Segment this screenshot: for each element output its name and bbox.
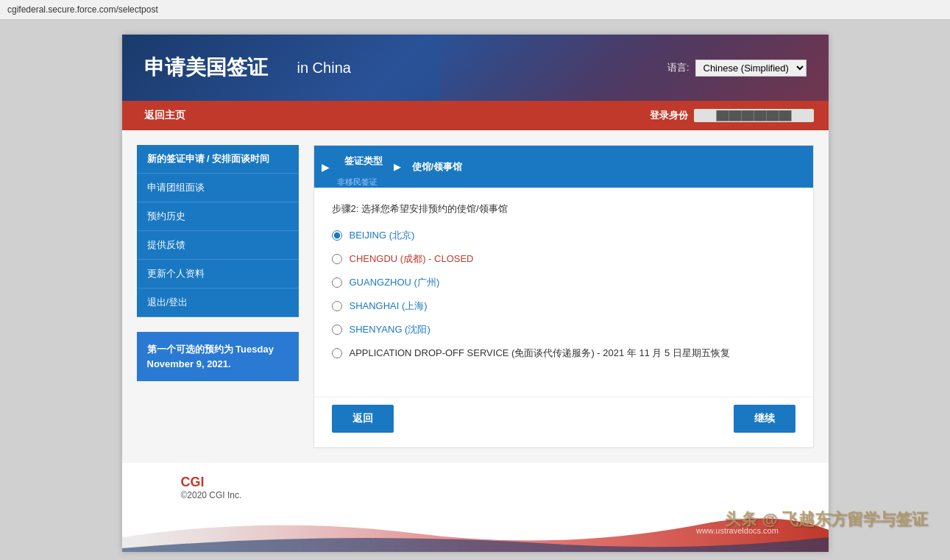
radio-dropoff[interactable]	[332, 348, 342, 358]
breadcrumb-divider-icon: ▶	[390, 161, 405, 172]
radio-chengdu[interactable]	[332, 254, 342, 264]
sidebar-item-profile[interactable]: 更新个人资料	[137, 260, 299, 288]
option-guangzhou[interactable]: GUANGZHOU (广州)	[332, 276, 795, 289]
radio-shenyang[interactable]	[332, 325, 342, 335]
continue-button[interactable]: 继续	[734, 405, 795, 433]
footer: CGI ©2020 CGI Inc. www.ustraveldocs.com	[122, 463, 829, 552]
footer-copyright: ©2020 CGI Inc.	[181, 490, 770, 500]
footer-website: www.ustraveldocs.com	[695, 526, 779, 535]
sidebar-item-history[interactable]: 预约历史	[137, 202, 299, 231]
sidebar: 新的签证申请 / 安排面谈时间 申请团组面谈 预约历史 提供反馈 更新个人资料 …	[137, 145, 299, 448]
option-chengdu[interactable]: CHENGDU (成都) - CLOSED	[332, 252, 795, 266]
header-title: 申请美国签证	[144, 54, 268, 82]
browser-url-bar: cgifederal.secure.force.com/selectpost	[0, 0, 950, 20]
breadcrumb-section2: 使馆/领事馆	[405, 152, 470, 182]
option-shenyang[interactable]: SHENYANG (沈阳)	[332, 323, 795, 336]
page-header: 申请美国签证 in China 语言: Chinese (Simplified)…	[122, 35, 829, 101]
home-button[interactable]: 返回主页	[137, 103, 193, 128]
option-beijing[interactable]: BEIJING (北京)	[332, 229, 795, 242]
user-label: 登录身份	[650, 109, 688, 122]
option-shanghai[interactable]: SHANGHAI (上海)	[332, 300, 795, 313]
footer-content: CGI ©2020 CGI Inc.	[122, 463, 829, 508]
sidebar-item-group-appointment[interactable]: 申请团组面谈	[137, 174, 299, 202]
language-selector[interactable]: 语言: Chinese (Simplified) English	[667, 60, 807, 77]
main-panel: ▶ 签证类型 非移民签证 ▶ 使馆/领事馆 步骤2: 选择您希望安排预约的使馆/…	[313, 145, 814, 448]
location-radio-group: BEIJING (北京) CHENGDU (成都) - CLOSED GUANG…	[332, 229, 795, 360]
form-content: 步骤2: 选择您希望安排预约的使馆/领事馆 BEIJING (北京) CHENG…	[314, 188, 813, 397]
language-dropdown[interactable]: Chinese (Simplified) English	[695, 60, 807, 77]
back-button[interactable]: 返回	[332, 405, 394, 433]
footer-cgi-label: CGI	[181, 475, 770, 490]
user-info: 登录身份 ████████████	[650, 109, 813, 122]
url-text: cgifederal.secure.force.com/selectpost	[7, 4, 158, 15]
language-label: 语言:	[667, 61, 690, 74]
footer-wave: www.ustraveldocs.com	[122, 508, 829, 552]
breadcrumb: ▶ 签证类型 非移民签证 ▶ 使馆/领事馆	[314, 146, 813, 188]
breadcrumb-arrow-icon: ▶	[314, 152, 337, 182]
sidebar-item-new-appointment[interactable]: 新的签证申请 / 安排面谈时间	[137, 145, 299, 174]
navigation-bar: 返回主页 登录身份 ████████████	[122, 101, 829, 130]
sidebar-notice: 第一个可选的预约为 Tuesday November 9, 2021.	[137, 332, 299, 381]
sidebar-item-feedback[interactable]: 提供反馈	[137, 231, 299, 260]
radio-beijing[interactable]	[332, 230, 342, 241]
header-subtitle: in China	[297, 60, 351, 77]
radio-guangzhou[interactable]	[332, 277, 342, 288]
option-dropoff[interactable]: APPLICATION DROP-OFF SERVICE (免面谈代传递服务) …	[332, 347, 795, 360]
content-area: 新的签证申请 / 安排面谈时间 申请团组面谈 预约历史 提供反馈 更新个人资料 …	[122, 130, 829, 463]
radio-shanghai[interactable]	[332, 301, 342, 311]
sidebar-item-logout[interactable]: 退出/登出	[137, 288, 299, 317]
step-label: 步骤2: 选择您希望安排预约的使馆/领事馆	[332, 202, 795, 216]
user-value: ████████████	[694, 109, 813, 122]
form-buttons: 返回 继续	[314, 397, 813, 447]
breadcrumb-section1-sub: 非移民签证	[337, 177, 390, 188]
breadcrumb-section1: 签证类型	[337, 146, 390, 177]
